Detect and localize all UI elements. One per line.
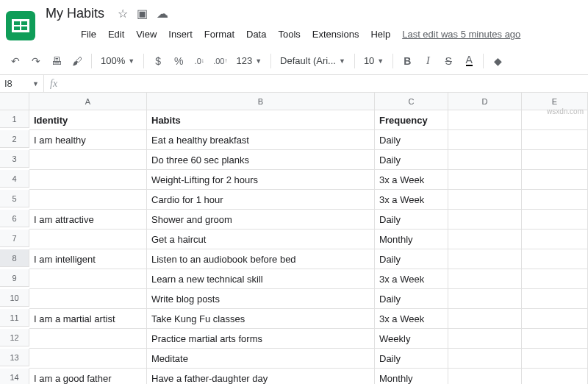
- cell-D8[interactable]: [448, 249, 522, 269]
- cell-C10[interactable]: Daily: [375, 289, 448, 309]
- cell-A10[interactable]: [29, 289, 147, 309]
- last-edit-link[interactable]: Last edit was 5 minutes ago: [402, 29, 520, 40]
- cell-D1[interactable]: [448, 110, 522, 130]
- cell-D14[interactable]: [448, 369, 522, 384]
- row-header[interactable]: 1: [0, 110, 29, 128]
- cell-D4[interactable]: [448, 170, 522, 190]
- cell-B9[interactable]: Learn a new technical skill: [147, 269, 375, 289]
- row-header[interactable]: 12: [0, 329, 29, 346]
- cell-C14[interactable]: Monthly: [375, 369, 448, 384]
- cell-B2[interactable]: Eat a healthy breakfast: [147, 130, 375, 150]
- row-header[interactable]: 8: [0, 249, 29, 267]
- cell-D6[interactable]: [448, 210, 522, 230]
- cell-C12[interactable]: Weekly: [375, 329, 448, 349]
- cell-B3[interactable]: Do three 60 sec planks: [147, 150, 375, 170]
- bold-button[interactable]: B: [398, 51, 417, 71]
- cell-B11[interactable]: Take Kung Fu classes: [147, 309, 375, 329]
- menu-file[interactable]: File: [76, 26, 101, 43]
- zoom-dropdown[interactable]: 100% ▼: [96, 51, 139, 71]
- font-size-dropdown[interactable]: 10 ▼: [359, 51, 388, 71]
- cell-C8[interactable]: Daily: [375, 249, 448, 269]
- cell-E11[interactable]: [522, 309, 588, 329]
- cell-A6[interactable]: I am attractive: [29, 210, 147, 230]
- menu-extensions[interactable]: Extensions: [308, 26, 364, 43]
- cell-C3[interactable]: Daily: [375, 150, 448, 170]
- doc-title[interactable]: My Habits: [41, 4, 109, 23]
- row-header[interactable]: 10: [0, 289, 29, 307]
- cell-D11[interactable]: [448, 309, 522, 329]
- cell-E12[interactable]: [522, 329, 588, 349]
- cell-B4[interactable]: Weight-Lifting for 2 hours: [147, 170, 375, 190]
- print-button[interactable]: 🖶: [47, 51, 66, 71]
- row-header[interactable]: 11: [0, 309, 29, 327]
- strikethrough-button[interactable]: S: [439, 51, 458, 71]
- row-header[interactable]: 7: [0, 230, 29, 247]
- cell-A11[interactable]: I am a martial artist: [29, 309, 147, 329]
- formula-bar[interactable]: [63, 75, 588, 92]
- cell-E14[interactable]: [522, 369, 588, 384]
- star-icon[interactable]: ☆: [118, 7, 128, 21]
- cell-E5[interactable]: [522, 190, 588, 210]
- cell-C2[interactable]: Daily: [375, 130, 448, 150]
- cell-C4[interactable]: 3x a Week: [375, 170, 448, 190]
- paint-format-button[interactable]: 🖌: [68, 51, 87, 71]
- cell-B8[interactable]: Listen to an audiobook before bed: [147, 249, 375, 269]
- cell-D9[interactable]: [448, 269, 522, 289]
- cell-B1[interactable]: Habits: [147, 110, 375, 130]
- menu-insert[interactable]: Insert: [164, 26, 197, 43]
- cell-E9[interactable]: [522, 269, 588, 289]
- sheets-logo[interactable]: [6, 11, 35, 40]
- menu-tools[interactable]: Tools: [273, 26, 304, 43]
- cell-C5[interactable]: 3x a Week: [375, 190, 448, 210]
- cell-E3[interactable]: [522, 150, 588, 170]
- menu-edit[interactable]: Edit: [104, 26, 129, 43]
- cell-A12[interactable]: [29, 329, 147, 349]
- cell-A7[interactable]: [29, 230, 147, 249]
- cell-E8[interactable]: [522, 249, 588, 269]
- cell-A5[interactable]: [29, 190, 147, 210]
- cell-C11[interactable]: 3x a Week: [375, 309, 448, 329]
- cell-C9[interactable]: 3x a Week: [375, 269, 448, 289]
- row-header[interactable]: 9: [0, 269, 29, 287]
- row-header[interactable]: 6: [0, 210, 29, 227]
- cell-B6[interactable]: Shower and groom: [147, 210, 375, 230]
- col-header-D[interactable]: D: [448, 93, 522, 110]
- fill-color-button[interactable]: ◆: [488, 51, 507, 71]
- currency-button[interactable]: $: [148, 51, 168, 71]
- cell-A14[interactable]: I am a good father: [29, 369, 147, 384]
- cell-B5[interactable]: Cardio for 1 hour: [147, 190, 375, 210]
- cell-B12[interactable]: Practice martial arts forms: [147, 329, 375, 349]
- more-formats-dropdown[interactable]: 123 ▼: [232, 51, 266, 71]
- italic-button[interactable]: I: [418, 51, 437, 71]
- cell-B13[interactable]: Meditate: [147, 349, 375, 369]
- col-header-C[interactable]: C: [375, 93, 448, 110]
- cell-D3[interactable]: [448, 150, 522, 170]
- row-header[interactable]: 4: [0, 170, 29, 188]
- cell-D2[interactable]: [448, 130, 522, 150]
- cell-A1[interactable]: Identity: [29, 110, 147, 130]
- menu-data[interactable]: Data: [242, 26, 270, 43]
- cell-D5[interactable]: [448, 190, 522, 210]
- move-icon[interactable]: ▣: [137, 7, 148, 21]
- spreadsheet-grid[interactable]: ABCDE1IdentityHabitsFrequency2I am healt…: [0, 93, 588, 384]
- row-header[interactable]: 3: [0, 150, 29, 168]
- cell-A13[interactable]: [29, 349, 147, 369]
- name-box[interactable]: I8 ▼: [0, 75, 44, 92]
- select-all-corner[interactable]: [0, 93, 29, 110]
- row-header[interactable]: 13: [0, 349, 29, 366]
- col-header-B[interactable]: B: [147, 93, 375, 110]
- cell-B7[interactable]: Get a haircut: [147, 230, 375, 249]
- cell-D10[interactable]: [448, 289, 522, 309]
- decrease-decimal-button[interactable]: .0↓: [190, 51, 209, 71]
- row-header[interactable]: 2: [0, 130, 29, 148]
- font-dropdown[interactable]: Default (Ari... ▼: [276, 51, 350, 71]
- cell-C13[interactable]: Daily: [375, 349, 448, 369]
- percent-button[interactable]: %: [169, 51, 188, 71]
- undo-button[interactable]: ↶: [6, 51, 25, 71]
- cell-E13[interactable]: [522, 349, 588, 369]
- cell-A8[interactable]: I am intelligent: [29, 249, 147, 269]
- cloud-icon[interactable]: ☁: [157, 7, 168, 21]
- col-header-A[interactable]: A: [29, 93, 147, 110]
- cell-E6[interactable]: [522, 210, 588, 230]
- cell-B14[interactable]: Have a father-daughter day: [147, 369, 375, 384]
